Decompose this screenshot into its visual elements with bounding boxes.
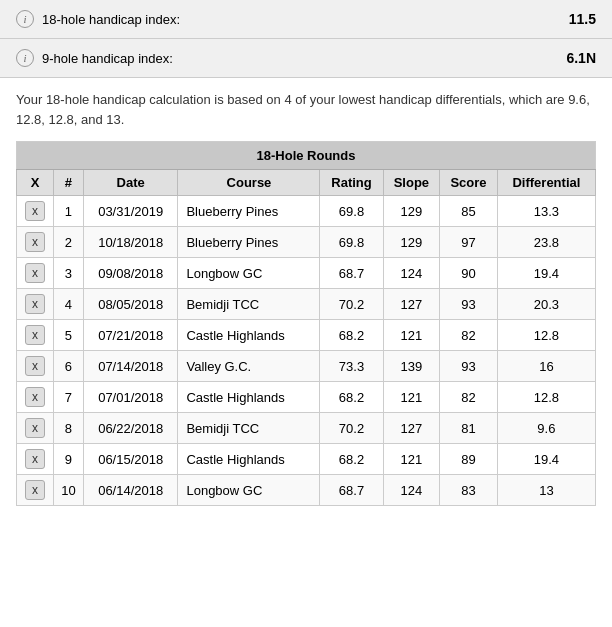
x-cell: x — [17, 413, 54, 444]
score-cell: 85 — [440, 196, 498, 227]
date-cell: 10/18/2018 — [83, 227, 178, 258]
x-button[interactable]: x — [25, 387, 45, 407]
table-row: x 4 08/05/2018 Bemidji TCC 70.2 127 93 2… — [17, 289, 596, 320]
rating-cell: 68.7 — [320, 475, 383, 506]
slope-cell: 124 — [383, 475, 440, 506]
slope-cell: 121 — [383, 320, 440, 351]
course-cell: Blueberry Pines — [178, 196, 320, 227]
x-button[interactable]: x — [25, 480, 45, 500]
course-cell: Castle Highlands — [178, 444, 320, 475]
rounds-table-wrapper: 18-Hole Rounds X # Date Course Rating Sl… — [0, 141, 612, 522]
table-row: x 9 06/15/2018 Castle Highlands 68.2 121… — [17, 444, 596, 475]
x-button[interactable]: x — [25, 232, 45, 252]
date-cell: 07/21/2018 — [83, 320, 178, 351]
col-header-num: # — [54, 170, 84, 196]
rating-cell: 68.2 — [320, 320, 383, 351]
info-icon-18[interactable]: i — [16, 10, 34, 28]
table-row: x 8 06/22/2018 Bemidji TCC 70.2 127 81 9… — [17, 413, 596, 444]
handicap-9-label: 9-hole handicap index: — [42, 51, 173, 66]
date-cell: 03/31/2019 — [83, 196, 178, 227]
differential-cell: 19.4 — [497, 444, 595, 475]
score-cell: 97 — [440, 227, 498, 258]
differential-cell: 13.3 — [497, 196, 595, 227]
date-cell: 07/14/2018 — [83, 351, 178, 382]
table-row: x 6 07/14/2018 Valley G.C. 73.3 139 93 1… — [17, 351, 596, 382]
table-row: x 1 03/31/2019 Blueberry Pines 69.8 129 … — [17, 196, 596, 227]
differential-cell: 19.4 — [497, 258, 595, 289]
num-cell: 9 — [54, 444, 84, 475]
differential-cell: 13 — [497, 475, 595, 506]
differential-cell: 9.6 — [497, 413, 595, 444]
course-cell: Castle Highlands — [178, 382, 320, 413]
x-button[interactable]: x — [25, 294, 45, 314]
table-row: x 10 06/14/2018 Longbow GC 68.7 124 83 1… — [17, 475, 596, 506]
rating-cell: 73.3 — [320, 351, 383, 382]
slope-cell: 129 — [383, 227, 440, 258]
x-cell: x — [17, 320, 54, 351]
table-row: x 7 07/01/2018 Castle Highlands 68.2 121… — [17, 382, 596, 413]
col-header-differential: Differential — [497, 170, 595, 196]
num-cell: 8 — [54, 413, 84, 444]
x-button[interactable]: x — [25, 449, 45, 469]
x-cell: x — [17, 196, 54, 227]
col-header-x: X — [17, 170, 54, 196]
x-button[interactable]: x — [25, 325, 45, 345]
x-cell: x — [17, 227, 54, 258]
handicap-18-value: 11.5 — [569, 11, 596, 27]
rating-cell: 68.2 — [320, 444, 383, 475]
rating-cell: 70.2 — [320, 413, 383, 444]
x-cell: x — [17, 444, 54, 475]
date-cell: 06/15/2018 — [83, 444, 178, 475]
score-cell: 93 — [440, 351, 498, 382]
col-header-slope: Slope — [383, 170, 440, 196]
differential-cell: 23.8 — [497, 227, 595, 258]
score-cell: 81 — [440, 413, 498, 444]
handicap-18-bar: i 18-hole handicap index: 11.5 — [0, 0, 612, 39]
differential-cell: 16 — [497, 351, 595, 382]
score-cell: 89 — [440, 444, 498, 475]
slope-cell: 121 — [383, 382, 440, 413]
rounds-table: 18-Hole Rounds X # Date Course Rating Sl… — [16, 141, 596, 506]
x-button[interactable]: x — [25, 356, 45, 376]
table-row: x 3 09/08/2018 Longbow GC 68.7 124 90 19… — [17, 258, 596, 289]
table-row: x 5 07/21/2018 Castle Highlands 68.2 121… — [17, 320, 596, 351]
x-button[interactable]: x — [25, 263, 45, 283]
col-header-date: Date — [83, 170, 178, 196]
handicap-9-bar: i 9-hole handicap index: 6.1N — [0, 39, 612, 78]
slope-cell: 121 — [383, 444, 440, 475]
differential-cell: 12.8 — [497, 320, 595, 351]
course-cell: Valley G.C. — [178, 351, 320, 382]
x-button[interactable]: x — [25, 418, 45, 438]
num-cell: 6 — [54, 351, 84, 382]
table-header-row: X # Date Course Rating Slope Score Diffe… — [17, 170, 596, 196]
course-cell: Bemidji TCC — [178, 289, 320, 320]
slope-cell: 127 — [383, 413, 440, 444]
x-cell: x — [17, 475, 54, 506]
num-cell: 10 — [54, 475, 84, 506]
score-cell: 82 — [440, 382, 498, 413]
score-cell: 82 — [440, 320, 498, 351]
rating-cell: 69.8 — [320, 196, 383, 227]
slope-cell: 139 — [383, 351, 440, 382]
info-icon-9[interactable]: i — [16, 49, 34, 67]
col-header-rating: Rating — [320, 170, 383, 196]
differential-cell: 20.3 — [497, 289, 595, 320]
date-cell: 09/08/2018 — [83, 258, 178, 289]
course-cell: Bemidji TCC — [178, 413, 320, 444]
num-cell: 1 — [54, 196, 84, 227]
x-button[interactable]: x — [25, 201, 45, 221]
num-cell: 2 — [54, 227, 84, 258]
x-cell: x — [17, 382, 54, 413]
course-cell: Castle Highlands — [178, 320, 320, 351]
table-title: 18-Hole Rounds — [17, 142, 596, 170]
score-cell: 93 — [440, 289, 498, 320]
description-text: Your 18-hole handicap calculation is bas… — [0, 78, 612, 141]
date-cell: 08/05/2018 — [83, 289, 178, 320]
num-cell: 7 — [54, 382, 84, 413]
course-cell: Blueberry Pines — [178, 227, 320, 258]
course-cell: Longbow GC — [178, 475, 320, 506]
num-cell: 4 — [54, 289, 84, 320]
course-cell: Longbow GC — [178, 258, 320, 289]
col-header-course: Course — [178, 170, 320, 196]
slope-cell: 124 — [383, 258, 440, 289]
